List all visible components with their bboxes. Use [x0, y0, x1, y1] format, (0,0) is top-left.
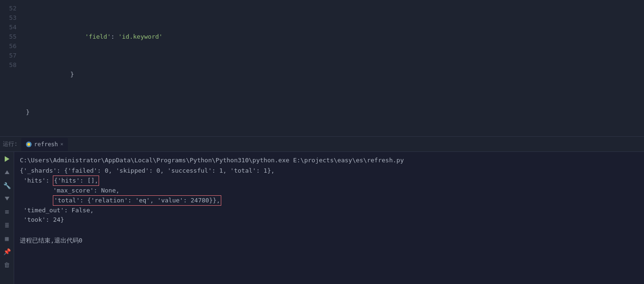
code-line-52: 'field': 'id.keyword'	[26, 32, 644, 42]
terminal-tab[interactable]: refresh ×	[21, 138, 68, 151]
output-line-5: 'timed_out': False,	[20, 206, 638, 215]
wrench-button[interactable]: 🔧	[3, 181, 11, 190]
arrow-up-icon	[5, 170, 9, 174]
terminal-output[interactable]: C:\Users\Administrator\AppData\Local\Pro…	[14, 152, 644, 284]
terminal-tab-bar: 运行: refresh ×	[0, 137, 644, 152]
terminal-section: 运行: refresh × 🔧 ≡ ≣	[0, 137, 644, 284]
output-line-4: 'total': {'relation': 'eq', 'value': 247…	[20, 195, 638, 206]
python-icon	[26, 142, 32, 147]
output-line-6: 'took': 24}	[20, 215, 638, 225]
grid-icon: ▦	[5, 235, 9, 242]
pin-icon: 📌	[3, 248, 11, 255]
line-num-57: 57	[4, 51, 17, 60]
list-small-button[interactable]: ≡	[3, 208, 11, 216]
terminal-sidebar: 🔧 ≡ ≣ ▦ 📌 🗑	[0, 152, 14, 284]
line-numbers: 52 53 54 55 56 57 58	[0, 0, 21, 136]
scroll-up-button[interactable]	[3, 168, 11, 176]
total-highlight: 'total': {'relation': 'eq', 'value': 247…	[53, 195, 221, 206]
process-exit-message: 进程已结束,退出代码0	[20, 236, 638, 245]
output-line-blank	[20, 225, 638, 234]
grid-button[interactable]: ▦	[3, 234, 11, 242]
line-num-55: 55	[4, 32, 17, 42]
line-num-58: 58	[4, 60, 17, 70]
code-line-53: }	[26, 70, 644, 79]
tab-close-button[interactable]: ×	[60, 141, 64, 147]
scroll-down-button[interactable]	[3, 194, 11, 203]
trash-icon: 🗑	[4, 261, 10, 268]
line-num-54: 54	[4, 23, 17, 32]
code-content[interactable]: 'field': 'id.keyword' } } res = es.searc…	[21, 0, 644, 136]
arrow-down-icon	[5, 197, 9, 200]
editor-area: 52 53 54 55 56 57 58 'field': 'id.keywor…	[0, 0, 644, 137]
play-icon	[5, 156, 9, 162]
hits-highlight: {'hits': [],	[53, 175, 99, 186]
pin-button[interactable]: 📌	[3, 247, 11, 256]
run-label: 运行:	[3, 140, 17, 148]
list-small-icon: ≡	[5, 209, 9, 216]
line-num-52: 52	[4, 4, 17, 13]
output-line-1: {'_shards': {'failed': 0, 'skipped': 0, …	[20, 166, 638, 175]
list-big-icon: ≣	[5, 222, 9, 229]
command-line: C:\Users\Administrator\AppData\Local\Pro…	[20, 156, 638, 165]
line-num-56: 56	[4, 42, 17, 51]
terminal-main: 🔧 ≡ ≣ ▦ 📌 🗑 C:\Users\Admin	[0, 152, 644, 284]
trash-button[interactable]: 🗑	[3, 260, 11, 269]
output-line-2: 'hits': {'hits': [],	[20, 175, 638, 186]
code-line-54: }	[26, 108, 644, 117]
line-num-53: 53	[4, 13, 17, 23]
tab-name: refresh	[34, 141, 58, 148]
wrench-icon: 🔧	[3, 182, 11, 189]
output-line-3: 'max_score': None,	[20, 186, 638, 195]
list-big-button[interactable]: ≣	[3, 221, 11, 229]
play-button[interactable]	[3, 155, 11, 163]
